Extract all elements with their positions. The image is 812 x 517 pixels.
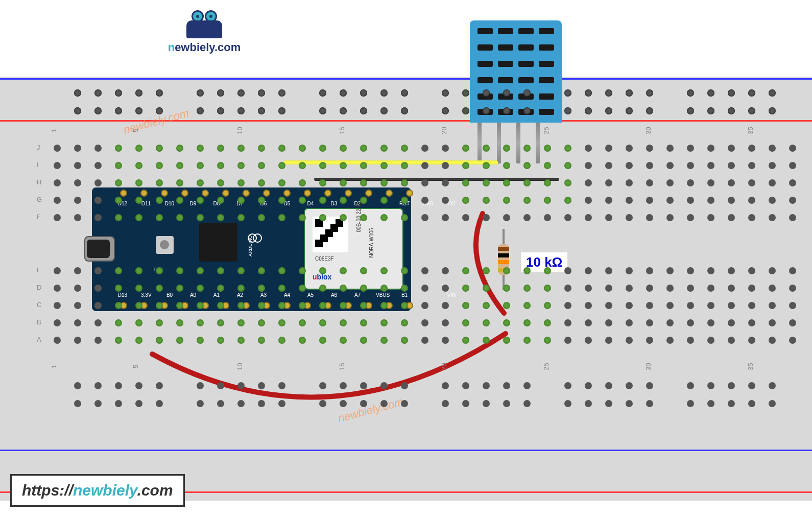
tie-point [319,400,326,407]
tie-point [278,337,285,344]
tie-point [687,197,694,204]
tie-point [728,162,735,169]
tie-point [564,319,571,326]
tie-point [442,337,449,344]
tie-point [503,214,510,221]
tie-point [156,337,163,344]
tie-point [217,285,224,292]
tie-point [789,302,796,309]
tie-point [544,337,551,344]
tie-point [748,382,755,389]
tie-point [769,145,776,152]
tie-point [646,302,653,309]
tie-point [442,162,449,169]
tie-point [666,179,674,186]
tie-point [748,145,755,152]
tie-point [605,337,612,344]
tie-point [156,179,163,186]
tie-point [360,162,367,169]
tie-point [340,267,347,274]
tie-point [237,319,245,326]
tie-point [115,302,122,309]
tie-point [258,337,265,344]
tie-point [564,337,571,344]
tie-point [462,382,469,389]
tie-point [483,337,490,344]
tie-point [74,89,81,97]
tie-point [564,267,571,274]
tie-point [442,400,449,407]
tie-point [585,89,592,97]
tie-point [401,319,408,326]
tie-point [340,197,347,204]
tie-point [340,107,347,114]
tie-point [442,197,449,204]
tie-point [258,89,265,97]
tie-point [258,145,265,152]
tie-point [462,400,469,407]
tie-point [94,145,102,152]
tie-point [544,319,551,326]
tie-point [258,302,265,309]
tie-point [564,162,571,169]
column-number: 15 [338,363,346,370]
tie-point [707,89,714,97]
tie-point [380,197,388,204]
tie-point [605,162,612,169]
tie-point [135,89,142,97]
tie-point [523,89,531,97]
tie-point [74,302,81,309]
tie-point [503,145,510,152]
tie-point [687,162,694,169]
tie-point [728,267,735,274]
tie-point [769,319,776,326]
tie-point [666,145,674,152]
tie-point [176,214,183,221]
tie-point [523,179,531,186]
tie-point [646,89,653,97]
tie-point [769,162,776,169]
tie-point [94,319,102,326]
tie-point [74,107,81,114]
tie-point [360,285,367,292]
tie-point [156,285,163,292]
tie-point [728,285,735,292]
tie-point [278,319,285,326]
power-rail-positive-top [0,120,812,122]
tie-point [135,337,142,344]
column-number: 25 [542,127,550,134]
tie-point [278,267,285,274]
tie-point [728,382,735,389]
tie-point [54,337,61,344]
column-number: 35 [747,127,754,134]
tie-point [728,89,735,97]
tie-point [728,214,735,221]
tie-point [442,267,449,274]
tie-point [483,400,490,407]
tie-point [564,285,571,292]
tie-point [135,162,142,169]
tie-point [176,319,183,326]
tie-point [340,89,347,97]
tie-point [380,107,388,114]
tie-point [258,267,265,274]
tie-point [319,285,326,292]
tie-point [156,145,163,152]
column-number: 20 [440,363,448,370]
tie-point [789,197,796,204]
tie-point [115,337,122,344]
tie-point [585,319,592,326]
tie-point [462,162,469,169]
tie-point [748,319,755,326]
tie-point [258,285,265,292]
tie-point [748,162,755,169]
tie-point [626,107,633,114]
tie-point [748,302,755,309]
column-number: 1 [50,129,58,132]
tie-point [54,267,61,274]
tie-point [135,400,142,407]
tie-point [54,197,61,204]
tie-point [94,302,102,309]
tie-point [176,179,183,186]
tie-point [483,285,490,292]
